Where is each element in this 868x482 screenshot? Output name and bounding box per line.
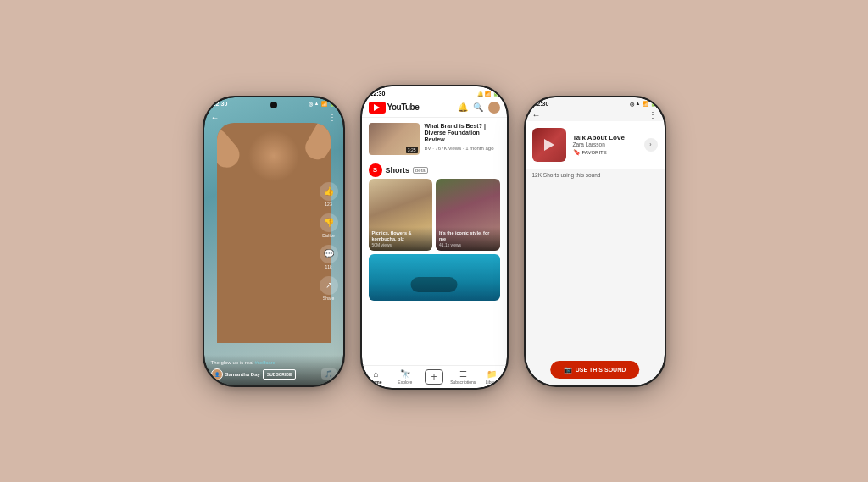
- like-button[interactable]: 👍 123: [320, 182, 338, 207]
- sound-artist: Zara Larsson: [573, 141, 637, 147]
- youtube-header: YouTube 🔔 🔍: [362, 98, 507, 118]
- more-button-right[interactable]: ⋮: [648, 110, 658, 119]
- pool-thumbnail[interactable]: [369, 254, 500, 301]
- header-icons: 🔔 🔍: [458, 102, 500, 114]
- video-card[interactable]: 3:25 What Brand is Best? | Diverse Found…: [362, 118, 507, 160]
- video-title: What Brand is Best? | Diverse Foundation…: [425, 123, 500, 144]
- time-center: 12:30: [370, 91, 386, 97]
- status-icons-center: 🔔 📶 🔋: [477, 91, 498, 97]
- short-card-2[interactable]: It's the iconic style, for me 41.1k view…: [436, 179, 500, 251]
- play-triangle-icon: [374, 104, 380, 111]
- status-bar-right: 12:30 ◎ ▲ 📶 🔋: [526, 97, 665, 108]
- youtube-logo-icon: [369, 102, 386, 114]
- notification-icon[interactable]: 🔔: [458, 102, 468, 112]
- camera-icon: 📷: [564, 366, 572, 374]
- user-avatar[interactable]: [488, 102, 500, 114]
- nav-library[interactable]: 📁 Library: [477, 369, 506, 385]
- shorts-count: 12K Shorts using this sound: [526, 169, 665, 180]
- sound-thumbnail: [532, 128, 566, 162]
- shorts-grid: Picnics, flowers & kombucha, plz 50M vie…: [362, 179, 507, 251]
- music-button[interactable]: 🎵: [321, 368, 337, 380]
- shorts-label: Shorts: [386, 166, 410, 175]
- phone-center: 12:30 🔔 📶 🔋 YouTube 🔔 🔍: [360, 85, 509, 390]
- video-grid: 96K views 1.4M views 59K views 1.2M view…: [526, 180, 665, 183]
- video-background: [217, 123, 331, 343]
- share-button[interactable]: ↗ Share: [320, 276, 338, 301]
- shorts-header: S Shorts beta: [362, 160, 507, 179]
- status-icons-left: ◎ ▲ 📶 🔋: [309, 101, 335, 107]
- nav-explore[interactable]: 🔭 Explore: [391, 369, 420, 385]
- nav-home[interactable]: ⌂ Home: [362, 369, 391, 385]
- youtube-logo: YouTube: [369, 102, 420, 114]
- user-row: 👤 Samantha Day SUBSCRIBE 🎵: [211, 368, 337, 380]
- sound-details: Talk About Love Zara Larsson 🔖 FAVORITE: [573, 134, 637, 156]
- favorite-label[interactable]: 🔖 FAVORITE: [573, 149, 637, 156]
- status-bar-center: 12:30 🔔 📶 🔋: [362, 86, 507, 98]
- short-views-2: 41.1k views: [439, 242, 497, 247]
- subscribe-button[interactable]: SUBSCRIBE: [263, 369, 296, 380]
- shorts-logo: S: [369, 163, 382, 177]
- short-card-1[interactable]: Picnics, flowers & kombucha, plz 50M vie…: [369, 179, 433, 251]
- phone-right: 12:30 ◎ ▲ 📶 🔋 ← ⋮ Talk About Lov: [524, 96, 666, 387]
- avatar: 👤: [211, 368, 223, 380]
- user-info: 👤 Samantha Day SUBSCRIBE: [211, 368, 297, 380]
- back-button-left[interactable]: ←: [211, 113, 220, 122]
- time-left: 12:30: [213, 101, 228, 107]
- next-button[interactable]: ›: [644, 138, 658, 152]
- nav-subscriptions[interactable]: ☰ Subscriptions: [448, 369, 477, 385]
- beta-badge: beta: [413, 167, 428, 174]
- right-header: ← ⋮: [526, 108, 665, 121]
- swimmer-silhouette: [411, 277, 458, 292]
- comment-button[interactable]: 💬 11k: [320, 245, 338, 269]
- arm-left: [217, 124, 245, 173]
- search-icon[interactable]: 🔍: [473, 102, 483, 112]
- time-right: 12:30: [534, 101, 549, 107]
- nav-create[interactable]: +: [420, 369, 448, 385]
- dislike-button[interactable]: 👎 Dislike: [320, 213, 338, 238]
- duration-badge: 3:25: [406, 147, 418, 153]
- video-bottom-overlay: The glow up is real #selfcare 👤 Samantha…: [204, 355, 343, 385]
- sound-title: Talk About Love: [573, 134, 637, 141]
- use-sound-button[interactable]: 📷 USE THIS SOUND: [550, 361, 640, 379]
- action-buttons: 👍 123 👎 Dislike 💬 11k ↗ Share: [320, 182, 338, 301]
- short-views-1: 50M views: [372, 242, 430, 247]
- youtube-logo-text: YouTube: [387, 102, 420, 112]
- back-button-right[interactable]: ←: [532, 110, 541, 119]
- caption: The glow up is real #selfcare: [211, 360, 337, 365]
- username: Samantha Day: [225, 372, 260, 377]
- short-title-2: It's the iconic style, for me: [439, 230, 497, 241]
- bottom-navigation: ⌂ Home 🔭 Explore + ☰ Subscriptions 📁 Lib…: [362, 365, 507, 388]
- arm-right: [301, 123, 331, 163]
- create-icon[interactable]: +: [425, 369, 443, 385]
- phone-left: 12:30 ◎ ▲ 📶 🔋 ← ⋮: [203, 96, 345, 387]
- video-thumbnail: 3:25: [369, 123, 420, 155]
- sound-play-icon: [544, 139, 554, 151]
- more-button-left[interactable]: ⋮: [328, 113, 337, 122]
- video-info: What Brand is Best? | Diverse Foundation…: [425, 123, 500, 151]
- status-icons-right: ◎ ▲ 📶 🔋: [630, 101, 656, 107]
- short-title-1: Picnics, flowers & kombucha, plz: [372, 230, 430, 241]
- bookmark-icon: 🔖: [573, 149, 581, 156]
- video-meta: BV · 767K views · 1 month ago: [425, 146, 500, 151]
- video-grid-wrapper: 96K views 1.4M views 59K views 1.2M view…: [526, 180, 665, 385]
- camera-notch: [270, 102, 277, 108]
- sound-info-card: Talk About Love Zara Larsson 🔖 FAVORITE …: [526, 121, 665, 169]
